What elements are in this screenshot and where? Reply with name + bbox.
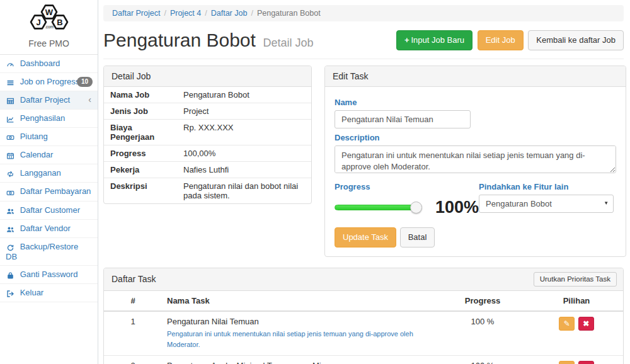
name-label: Name <box>335 98 616 107</box>
pencil-icon: ✎ <box>564 319 570 328</box>
close-icon: ✖ <box>583 319 589 328</box>
edit-task-icon-button[interactable]: ✎ <box>559 361 575 364</box>
table-row: 2 Pengaturan Angka Minimal Temuan per Mi… <box>104 356 623 364</box>
logo-com: .com <box>44 25 53 29</box>
detail-row-jenis-job: Jenis JobProject <box>104 103 311 120</box>
detail-row-biaya: Biaya PengerjaanRp. XXX.XXX <box>104 120 311 145</box>
detail-job-table: Nama JobPengaturan Bobot Jenis JobProjec… <box>104 87 311 203</box>
task-description: Pengaturan ini untuk menentukan nilai se… <box>167 329 430 350</box>
edit-task-icon-button[interactable]: ✎ <box>559 317 575 331</box>
progress-percent-value: 100% <box>435 198 479 217</box>
daftar-task-panel: Daftar Task Urutkan Prioritas Task # Nam… <box>103 268 624 364</box>
detail-row-pekerja: PekerjaNafies Luthfi <box>104 162 311 178</box>
app-logo: W J B .com <box>0 0 98 37</box>
column-header-pilihan: Pilihan <box>530 291 623 311</box>
retweet-icon <box>6 169 15 178</box>
sidebar-item-daftar-vendor[interactable]: Daftar Vendor <box>0 220 98 238</box>
sidebar-item-backup-restore-db[interactable]: Backup/Restore DB <box>0 238 98 266</box>
kembali-button[interactable]: Kembali ke daftar Job <box>528 30 624 50</box>
chevron-left-icon: ‹ <box>88 94 91 105</box>
lock-icon <box>6 270 15 280</box>
sidebar-item-daftar-customer[interactable]: Daftar Customer <box>0 202 98 220</box>
edit-task-panel-title: Edit Task <box>325 66 626 87</box>
list-icon <box>6 77 15 87</box>
plus-icon: + <box>404 35 410 45</box>
sidebar-nav: Dashboard Job on Progress 10 Daftar Proj… <box>0 55 98 302</box>
batal-button[interactable]: Batal <box>400 227 435 247</box>
detail-row-progress: Progress100,00% <box>104 145 311 162</box>
dashboard-icon <box>6 59 15 69</box>
sidebar-item-dashboard[interactable]: Dashboard <box>0 55 98 73</box>
sidebar-item-ganti-password[interactable]: Ganti Password <box>0 266 98 284</box>
breadcrumb-current: Pengaturan Bobot <box>257 9 321 18</box>
detail-row-nama-job: Nama JobPengaturan Bobot <box>104 87 311 103</box>
column-header-nama-task: Nama Task <box>162 291 435 311</box>
sidebar-item-keluar[interactable]: Keluar <box>0 284 98 302</box>
page-title: Pengaturan Bobot <box>103 30 256 50</box>
task-progress: 100 % <box>435 356 530 364</box>
sidebar-item-daftar-project[interactable]: Daftar Project ‹ <box>0 91 98 110</box>
sidebar-item-daftar-pembayaran[interactable]: Daftar Pembayaran <box>0 183 98 201</box>
brand-name: Free PMO <box>0 37 98 55</box>
move-to-feature-select[interactable]: Pengaturan Bobot <box>479 195 614 213</box>
column-header-progress: Progress <box>435 291 530 311</box>
breadcrumb-project-4[interactable]: Project 4 <box>170 9 201 18</box>
edit-task-panel: Edit Task Name Description Pengaturan in… <box>324 65 626 257</box>
table-icon <box>6 96 15 105</box>
sidebar: W J B .com Free PMO Dashboard Job on Pro… <box>0 0 98 364</box>
sign-out-icon <box>6 288 15 298</box>
users-icon <box>6 206 15 215</box>
sidebar-item-piutang[interactable]: Piutang <box>0 128 98 146</box>
divider <box>103 59 624 59</box>
input-job-baru-button[interactable]: +Input Job Baru <box>396 30 472 50</box>
calendar-icon <box>6 151 15 160</box>
breadcrumb: Daftar Project/Project 4/Daftar Job/Peng… <box>103 5 624 21</box>
sidebar-item-job-on-progress[interactable]: Job on Progress 10 <box>0 73 98 91</box>
money-icon <box>6 187 15 196</box>
move-to-feature-label: Pindahkan ke Fitur lain <box>479 182 616 191</box>
page-heading: Pengaturan Bobot Detail Job <box>103 30 314 51</box>
detail-row-deskripsi: DeskripsiPengaturan nilai dan bobot nila… <box>104 178 311 204</box>
task-name-input[interactable] <box>335 110 471 128</box>
task-progress: 100 % <box>435 311 530 356</box>
logo-letter-w: W <box>45 8 53 17</box>
detail-job-panel-title: Detail Job <box>104 66 311 87</box>
chart-line-icon <box>6 114 15 123</box>
progress-slider-handle[interactable] <box>410 202 422 213</box>
daftar-task-panel-title: Daftar Task <box>112 274 156 284</box>
breadcrumb-daftar-project[interactable]: Daftar Project <box>112 9 160 18</box>
edit-job-button[interactable]: Edit Job <box>478 30 524 50</box>
sidebar-item-langganan[interactable]: Langganan <box>0 164 98 183</box>
update-task-button[interactable]: Update Task <box>335 227 396 247</box>
table-row: 1 Pengaturan Nilai Temuan Pengaturan ini… <box>104 311 623 356</box>
task-description-input[interactable]: Pengaturan ini untuk menentukan nilai se… <box>335 145 616 173</box>
logo-letter-j: J <box>36 18 40 27</box>
task-name: Pengaturan Angka Minimal Temuan per Ming… <box>167 361 430 364</box>
page-subtitle: Detail Job <box>263 37 314 49</box>
breadcrumb-separator: / <box>201 9 210 18</box>
delete-task-icon-button[interactable]: ✖ <box>578 361 594 364</box>
job-count-badge: 10 <box>77 77 93 87</box>
description-label: Description <box>335 133 616 142</box>
breadcrumb-daftar-job[interactable]: Daftar Job <box>211 9 248 18</box>
sidebar-item-penghasilan[interactable]: Penghasilan <box>0 110 98 128</box>
progress-label: Progress <box>335 182 479 191</box>
urutkan-prioritas-button-top[interactable]: Urutkan Prioritas Task <box>534 272 617 287</box>
task-name: Pengaturan Nilai Temuan <box>167 317 430 326</box>
money-icon <box>6 132 15 142</box>
users-icon <box>6 224 15 234</box>
logo-letter-b: B <box>57 18 62 27</box>
breadcrumb-separator: / <box>160 9 169 18</box>
breadcrumb-separator: / <box>247 9 256 18</box>
refresh-icon <box>6 242 15 252</box>
task-table: # Nama Task Progress Pilihan 1 Pengatura… <box>104 291 623 364</box>
progress-slider[interactable] <box>335 205 416 210</box>
sidebar-item-calendar[interactable]: Calendar <box>0 146 98 164</box>
main-content: Daftar Project/Project 4/Daftar Job/Peng… <box>98 0 630 364</box>
delete-task-icon-button[interactable]: ✖ <box>578 317 594 331</box>
detail-job-panel: Detail Job Nama JobPengaturan Bobot Jeni… <box>103 65 312 204</box>
column-header-num: # <box>104 291 162 311</box>
